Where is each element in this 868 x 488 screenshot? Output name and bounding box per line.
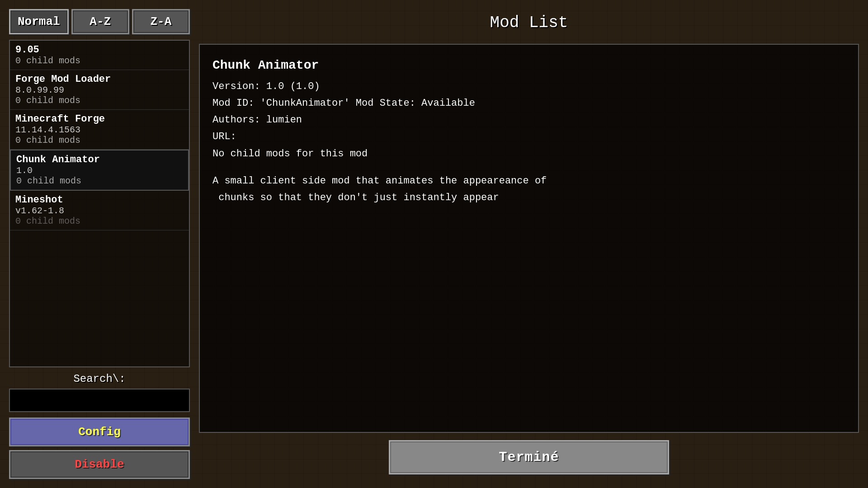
mod-item-name: Mineshot	[15, 194, 184, 206]
mod-item-version: 8.0.99.99	[15, 85, 184, 95]
list-item[interactable]: Minecraft Forge 11.14.4.1563 0 child mod…	[10, 110, 189, 150]
mod-item-name: Chunk Animator	[16, 154, 183, 165]
search-section: Search\:	[9, 373, 190, 412]
mod-item-version: 1.0	[16, 165, 183, 176]
mod-item-name: Forge Mod Loader	[15, 74, 184, 85]
mod-list-container: 9.05 0 child mods Forge Mod Loader 8.0.9…	[9, 40, 190, 367]
detail-version: Version: 1.0 (1.0)	[212, 79, 845, 94]
mod-item-version: v1.62-1.8	[15, 206, 184, 216]
done-section: Terminé	[199, 440, 859, 479]
search-label: Search\:	[73, 373, 125, 385]
action-buttons: Config Disable	[9, 418, 190, 479]
mod-item-children: 0 child mods	[16, 176, 183, 186]
list-item[interactable]: Mineshot v1.62-1.8 0 child mods	[10, 191, 189, 230]
mod-item-children: 0 child mods	[15, 56, 184, 66]
disable-button[interactable]: Disable	[9, 450, 190, 479]
detail-description: A small client side mod that animates th…	[212, 173, 845, 206]
detail-mod-name: Chunk Animator	[212, 56, 845, 76]
list-item[interactable]: Forge Mod Loader 8.0.99.99 0 child mods	[10, 70, 189, 110]
main-container: Normal A-Z Z-A 9.05 0 child mods Forge M…	[0, 0, 868, 488]
mod-detail-box: Chunk Animator Version: 1.0 (1.0) Mod ID…	[199, 44, 859, 433]
mod-item-children: 0 child mods	[15, 216, 184, 226]
done-button[interactable]: Terminé	[389, 440, 669, 474]
right-panel: Mod List Chunk Animator Version: 1.0 (1.…	[199, 9, 859, 479]
search-input[interactable]	[9, 389, 190, 412]
sort-za-button[interactable]: Z-A	[132, 9, 190, 34]
detail-children: No child mods for this mod	[212, 146, 845, 162]
detail-url: URL:	[212, 129, 845, 145]
mod-item-name: 9.05	[15, 44, 184, 56]
sort-az-button[interactable]: A-Z	[71, 9, 129, 34]
mod-item-children: 0 child mods	[15, 95, 184, 106]
sort-buttons: Normal A-Z Z-A	[9, 9, 190, 34]
mod-list[interactable]: 9.05 0 child mods Forge Mod Loader 8.0.9…	[10, 41, 189, 366]
list-item[interactable]: 9.05 0 child mods	[10, 41, 189, 70]
detail-mod-id: Mod ID: 'ChunkAnimator' Mod State: Avail…	[212, 95, 845, 111]
mod-item-version: 11.14.4.1563	[15, 125, 184, 135]
mod-list-title: Mod List	[199, 9, 859, 37]
mod-item-children: 0 child mods	[15, 135, 184, 145]
detail-authors: Authors: lumien	[212, 112, 845, 128]
left-panel: Normal A-Z Z-A 9.05 0 child mods Forge M…	[9, 9, 190, 479]
mod-item-name: Minecraft Forge	[15, 113, 184, 125]
config-button[interactable]: Config	[9, 418, 190, 446]
list-item-selected[interactable]: Chunk Animator 1.0 0 child mods	[10, 150, 189, 191]
sort-normal-button[interactable]: Normal	[9, 9, 69, 34]
